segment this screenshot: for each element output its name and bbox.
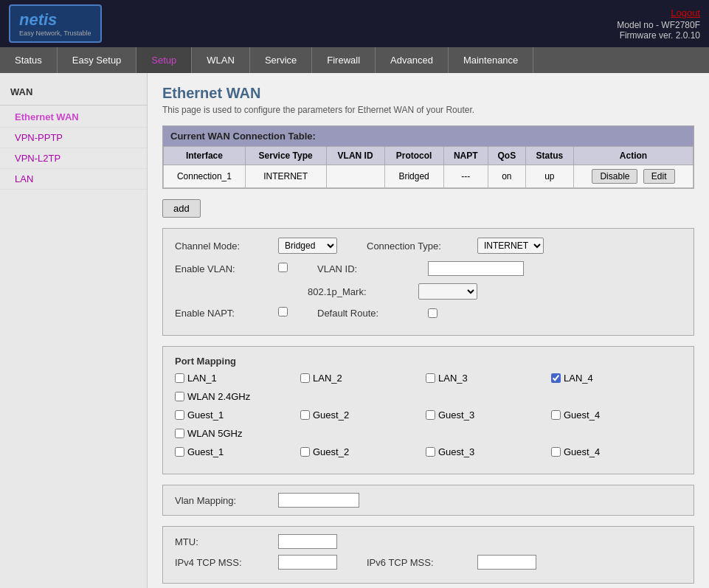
ipv6-mss-pair: IPv6 TCP MSS: 1440 <box>367 555 682 570</box>
sidebar-item-lan[interactable]: LAN <box>0 169 147 190</box>
wlan5-row: WLAN 5GHz <box>175 428 682 442</box>
ipv6-mss-input[interactable]: 1440 <box>477 555 536 570</box>
ipv4-mss-input[interactable]: 1460 <box>278 555 337 570</box>
guest24-4-checkbox[interactable] <box>551 410 561 420</box>
wlan24-label: WLAN 2.4GHz <box>187 391 250 402</box>
col-napt: NAPT <box>443 147 488 165</box>
guest5-3-checkbox[interactable] <box>426 447 435 457</box>
cell-action: Disable Edit <box>573 165 693 188</box>
port-lan4: LAN_4 <box>551 373 677 384</box>
ipv6-mss-label: IPv6 TCP MSS: <box>367 557 477 568</box>
wan-form-section: Channel Mode: Bridged Routing Connection… <box>162 228 694 336</box>
vlan-mapping-input[interactable]: 0 <box>278 493 359 508</box>
lan1-checkbox[interactable] <box>175 373 184 383</box>
guest5-4-label: Guest_4 <box>564 446 600 457</box>
wlan24-item: WLAN 2.4GHz <box>175 391 300 402</box>
sidebar-item-ethernet-wan[interactable]: Ethernet WAN <box>0 107 147 128</box>
channel-mode-control: Bridged Routing <box>278 238 337 254</box>
guest5-4-checkbox[interactable] <box>551 447 561 457</box>
main-layout: WAN Ethernet WAN VPN-PPTP VPN-L2TP LAN E… <box>0 73 709 588</box>
col-action: Action <box>573 147 693 165</box>
logout-link[interactable]: Logout <box>617 7 700 18</box>
lan4-label: LAN_4 <box>564 373 593 384</box>
page-description: This page is used to configure the param… <box>162 105 694 115</box>
guest24-row: Guest_1 Guest_2 Guest_3 Guest_4 <box>175 409 682 423</box>
page-title: Ethernet WAN <box>162 85 694 102</box>
wan-connection-table: Interface Service Type VLAN ID Protocol … <box>163 146 694 188</box>
guest24-2-label: Guest_2 <box>313 409 349 421</box>
vlan-mapping-label: Vlan Mapping: <box>175 495 278 506</box>
guest5-2-checkbox[interactable] <box>300 447 310 457</box>
wan-table-section: Current WAN Connection Table: Interface … <box>162 125 694 189</box>
logo-text: netis <box>19 10 91 30</box>
enable-vlan-control <box>278 263 288 274</box>
connection-type-select[interactable]: INTERNET <box>477 238 544 254</box>
nav-easy-setup[interactable]: Easy Setup <box>58 47 137 73</box>
mtu-input[interactable]: 1500 <box>278 534 337 549</box>
guest24-4: Guest_4 <box>551 409 677 421</box>
connection-type-pair: Connection Type: INTERNET <box>367 238 682 254</box>
guest5-row: Guest_1 Guest_2 Guest_3 Guest_4 <box>175 446 682 460</box>
form-row-vlan: Enable VLAN: VLAN ID: <box>175 261 682 276</box>
enable-napt-checkbox[interactable] <box>278 307 288 317</box>
default-route-pair: Default Route: <box>317 308 682 319</box>
guest24-3-checkbox[interactable] <box>426 410 435 420</box>
cell-interface: Connection_1 <box>164 165 246 188</box>
sidebar-item-vpn-l2tp[interactable]: VPN-L2TP <box>0 148 147 169</box>
enable-napt-label: Enable NAPT: <box>175 308 278 319</box>
wlan24-checkbox[interactable] <box>175 392 184 401</box>
lan2-checkbox[interactable] <box>300 373 310 383</box>
disable-button[interactable]: Disable <box>592 169 637 184</box>
guest5-1-checkbox[interactable] <box>175 447 184 457</box>
cell-napt: --- <box>443 165 488 188</box>
lan3-checkbox[interactable] <box>426 373 435 383</box>
vlan-id-input[interactable] <box>428 261 524 276</box>
guest24-1: Guest_1 <box>175 409 300 421</box>
nav-firewall[interactable]: Firewall <box>312 47 376 73</box>
content-area: Ethernet WAN This page is used to config… <box>148 73 709 588</box>
mtu-tcp-row: IPv4 TCP MSS: 1460 IPv6 TCP MSS: 1440 <box>175 555 682 570</box>
nav-maintenance[interactable]: Maintenance <box>449 47 533 73</box>
guest5-3-label: Guest_3 <box>438 446 474 457</box>
nav-advanced[interactable]: Advanced <box>376 47 449 73</box>
cell-qos: on <box>488 165 525 188</box>
nav-setup[interactable]: Setup <box>136 47 192 73</box>
guest5-2-label: Guest_2 <box>313 446 349 457</box>
cell-vlan-id <box>326 165 384 188</box>
model-line1: Model no - WF2780F <box>617 20 700 30</box>
guest24-1-checkbox[interactable] <box>175 410 184 420</box>
dot1p-pair: 802.1p_Mark: <box>308 283 682 300</box>
enable-vlan-checkbox[interactable] <box>278 263 288 272</box>
header: netis Easy Network, Trustable Logout Mod… <box>0 0 709 47</box>
channel-mode-select[interactable]: Bridged Routing <box>278 238 337 254</box>
nav-wlan[interactable]: WLAN <box>192 47 250 73</box>
lan1-label: LAN_1 <box>187 373 217 384</box>
add-button[interactable]: add <box>162 199 201 218</box>
mtu-label: MTU: <box>175 536 278 547</box>
dot1p-label: 802.1p_Mark: <box>308 286 418 297</box>
guest24-2-checkbox[interactable] <box>300 410 310 420</box>
col-service-type: Service Type <box>245 147 326 165</box>
cell-protocol: Bridged <box>384 165 443 188</box>
edit-button[interactable]: Edit <box>643 169 675 184</box>
col-interface: Interface <box>164 147 246 165</box>
enable-napt-control <box>278 307 288 319</box>
model-line2: Firmware ver. 2.0.10 <box>617 30 700 41</box>
dot1p-select[interactable] <box>418 283 477 300</box>
mtu-section: MTU: 1500 IPv4 TCP MSS: 1460 IPv6 TCP MS… <box>162 526 694 584</box>
sidebar-item-vpn-pptp[interactable]: VPN-PPTP <box>0 128 147 148</box>
nav-bar: Status Easy Setup Setup WLAN Service Fir… <box>0 47 709 73</box>
nav-status[interactable]: Status <box>0 47 58 73</box>
guest5-2: Guest_2 <box>300 446 426 457</box>
cell-service-type: INTERNET <box>245 165 326 188</box>
col-qos: QoS <box>488 147 525 165</box>
port-lan2: LAN_2 <box>300 373 426 384</box>
default-route-checkbox[interactable] <box>428 308 437 318</box>
vlan-mapping-row: Vlan Mapping: 0 <box>175 493 682 508</box>
form-row-napt-route: Enable NAPT: Default Route: <box>175 307 682 319</box>
add-button-container: add <box>162 199 694 218</box>
lan4-checkbox[interactable] <box>551 373 561 383</box>
nav-service[interactable]: Service <box>250 47 312 73</box>
wlan5-checkbox[interactable] <box>175 429 184 438</box>
port-mapping-section: Port Mapping LAN_1 LAN_2 LAN_3 LAN_4 <box>162 346 694 474</box>
